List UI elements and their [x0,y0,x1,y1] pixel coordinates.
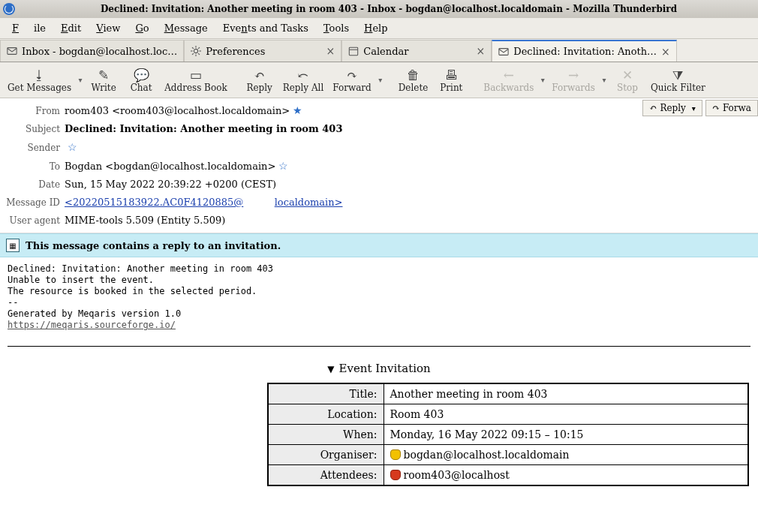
sender-value[interactable]: ☆ [65,138,758,157]
star-icon[interactable]: ☆ [68,141,77,153]
menu-tools[interactable]: Tools [316,20,356,36]
calendar-icon [348,46,359,56]
date-label: Date [0,176,65,194]
sender-label: Sender [0,139,65,157]
gear-icon [191,46,201,56]
from-label: From [0,102,65,120]
reply-all-icon: ⤺ [298,68,308,83]
svg-rect-0 [8,48,17,55]
write-button[interactable]: ✎Write [85,65,122,96]
body-separator [8,346,750,347]
menu-edit[interactable]: Edit [53,20,89,36]
star-icon[interactable]: ☆ [278,160,288,172]
mail-icon [498,47,509,57]
event-when-label: When: [268,425,384,445]
close-icon[interactable]: × [661,46,670,58]
inbox-icon [7,46,17,56]
chevron-down-icon[interactable]: ▾ [692,104,696,113]
menu-message[interactable]: Message [157,20,215,36]
stop-button: ✕Stop [609,65,646,96]
invitation-bar-text: This message contains a reply to an invi… [26,240,281,251]
reply-button[interactable]: ↶Reply [241,65,278,96]
subject-label: Subject [0,120,65,138]
generator-link[interactable]: https://meqaris.sourceforge.io/ [8,320,176,330]
get-messages-button[interactable]: ⭳Get Messages [3,65,76,96]
arrow-left-icon: ← [504,68,514,83]
chat-button[interactable]: 💬Chat [122,65,160,96]
event-organiser-label: Organiser: [268,445,384,465]
print-button[interactable]: 🖶Print [432,65,470,96]
menu-view[interactable]: View [89,20,128,36]
toolbar: ⭳Get Messages ▾ ✎Write 💬Chat ▭Address Bo… [0,62,758,98]
svg-rect-12 [499,48,508,55]
tab-label: Calendar [363,46,471,57]
menu-help[interactable]: Help [356,20,396,36]
reply-all-button[interactable]: ⤺Reply All [278,65,329,96]
tab-label: Inbox - bogdan@localhost.loc… [22,46,177,57]
to-label: To [0,158,65,176]
event-title-value: Another meeting in room 403 [384,383,748,404]
tab-message[interactable]: Declined: Invitation: Anoth… × [492,40,677,62]
tab-strip: Inbox - bogdan@localhost.loc… Preference… [0,39,758,62]
event-attendees-label: Attendees: [268,465,384,486]
event-details-table: Title:Another meeting in room 403 Locati… [267,383,749,486]
get-messages-dropdown[interactable]: ▾ [76,76,85,84]
message-headers: ↶Reply▾ ↷Forwa Fromroom403 <room403@loca… [0,98,758,233]
calendar-event-icon: ▦ [6,239,20,252]
menu-go[interactable]: Go [128,20,156,36]
delete-button[interactable]: 🗑Delete [394,65,433,96]
backwards-dropdown[interactable]: ▾ [538,76,547,84]
svg-line-9 [198,47,200,49]
star-icon[interactable]: ★ [293,104,302,116]
forward-icon: ↷ [712,103,720,113]
arrow-right-icon: → [568,68,579,83]
filter-icon: ⧩ [672,68,683,83]
event-when-value: Monday, 16 May 2022 09:15 – 10:15 [384,425,748,445]
close-icon[interactable]: × [477,45,486,57]
message-id-label: Message ID [0,194,65,212]
download-icon: ⭳ [33,68,46,83]
quick-filter-button[interactable]: ⧩Quick Filter [646,65,710,96]
tab-preferences[interactable]: Preferences × [184,40,341,62]
forward-button[interactable]: ↷Forward [328,65,375,96]
forward-dropdown[interactable]: ▾ [376,76,385,84]
address-book-icon: ▭ [190,68,202,83]
header-action-buttons: ↶Reply▾ ↷Forwa [642,100,758,116]
tab-inbox[interactable]: Inbox - bogdan@localhost.loc… [0,40,184,62]
menu-events-tasks[interactable]: Events and Tasks [215,20,316,36]
forwards-dropdown[interactable]: ▾ [600,76,609,84]
close-icon[interactable]: × [326,45,335,57]
menubar: File Edit View Go Message Events and Tas… [0,18,758,39]
event-organiser-value: bogdan@localhost.localdomain [384,445,748,465]
stop-icon: ✕ [622,68,633,83]
print-icon: 🖶 [445,68,458,83]
disclosure-triangle-icon[interactable]: ▼ [327,364,334,374]
thunderbird-icon [3,3,15,15]
chat-icon: 💬 [134,68,149,83]
svg-line-6 [192,47,194,49]
header-forward-button[interactable]: ↷Forwa [705,100,758,116]
message-body: Declined: Invitation: Another meeting in… [0,257,758,332]
message-id-value[interactable]: <20220515183922.AC0F4120885@ localdomain… [65,194,758,212]
tab-calendar[interactable]: Calendar × [341,40,492,62]
svg-line-7 [198,53,200,55]
menu-file[interactable]: File [5,20,53,36]
svg-rect-10 [350,47,358,56]
person-declined-icon [390,470,401,480]
svg-point-1 [194,49,198,53]
event-title-label: Title: [268,383,384,404]
event-location-value: Room 403 [384,404,748,425]
pencil-icon: ✎ [98,68,109,83]
to-value[interactable]: Bogdan <bogdan@localhost.localdomain>☆ [65,157,758,176]
trash-icon: 🗑 [407,68,420,83]
svg-line-8 [192,53,194,55]
address-book-button[interactable]: ▭Address Book [160,65,232,96]
window-titlebar: Declined: Invitation: Another meeting in… [0,0,758,18]
event-invitation-heading[interactable]: ▼Event Invitation [0,359,758,383]
invitation-reply-bar: ▦ This message contains a reply to an in… [0,233,758,257]
event-attendees-value: room403@localhost [384,465,748,486]
header-reply-button[interactable]: ↶Reply▾ [642,100,702,116]
reply-icon: ↶ [649,103,657,113]
forwards-button: →Forwards [547,65,600,96]
tab-label: Preferences [206,46,321,57]
